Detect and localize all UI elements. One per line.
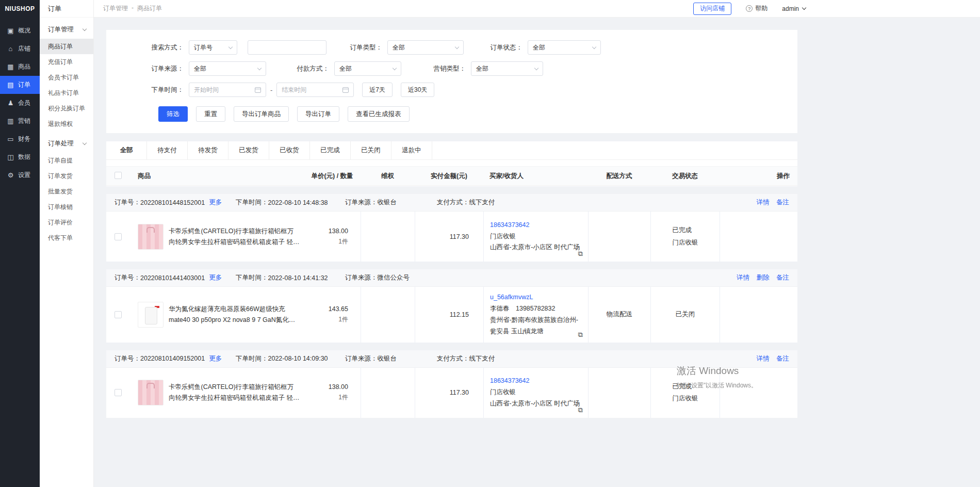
overview-icon: ▣ <box>7 27 14 35</box>
submenu-item[interactable]: 批量发货 <box>40 184 93 199</box>
order-action-link[interactable]: 备注 <box>776 274 789 281</box>
export-order-goods-button[interactable]: 导出订单商品 <box>234 106 289 122</box>
sidebar-item-label: 店铺 <box>18 44 30 53</box>
order-card: 订单号：202208101441403001 更多 下单时间：2022-08-1… <box>106 269 797 343</box>
help-icon <box>746 5 753 12</box>
pay-method-select[interactable]: 全部 <box>334 61 401 76</box>
visit-shop-button[interactable]: 访问店铺 <box>693 3 731 15</box>
last-30-days-button[interactable]: 近30天 <box>401 83 434 97</box>
order-status-tab[interactable]: 待发货 <box>188 141 228 159</box>
order-status-tab[interactable]: 待支付 <box>147 141 188 159</box>
product-title[interactable]: 华为氮化镓超薄充电器原装66W超级快充mate40 30 p50pro X2 n… <box>169 304 300 325</box>
buyer-id-link[interactable]: 18634373642 <box>490 220 582 231</box>
sidebar-item[interactable]: ▭ 财务 <box>0 130 40 148</box>
order-action-link[interactable]: 详情 <box>737 274 749 281</box>
submenu-item[interactable]: 商品订单 <box>40 39 93 54</box>
submenu-item[interactable]: 退款维权 <box>40 116 93 132</box>
reset-button[interactable]: 重置 <box>196 106 225 122</box>
order-action-link[interactable]: 备注 <box>776 355 789 362</box>
order-checkbox[interactable] <box>115 389 122 396</box>
submenu-group-items: 订单自提 订单发货 批量发货 订单核销 订单评价 代客下单 <box>40 153 93 246</box>
submenu-item[interactable]: 订单自提 <box>40 153 93 168</box>
order-action-link[interactable]: 详情 <box>757 199 770 206</box>
order-pay-method: 线下支付 <box>469 198 495 207</box>
trade-status-line: 门店收银 <box>673 393 698 404</box>
sidebar-item[interactable]: ▥ 营销 <box>0 112 40 130</box>
view-generated-reports-button[interactable]: 查看已生成报表 <box>348 106 410 122</box>
table-header: 商品 单价(元) / 数量 维权 实付金额(元) 买家/收货人 配送方式 交易状… <box>106 166 797 186</box>
buyer-address: 山西省-太原市-小店区 时代广场 <box>490 398 582 410</box>
order-more-link[interactable]: 更多 <box>209 273 222 282</box>
submenu-item[interactable]: 礼品卡订单 <box>40 85 93 101</box>
filter-row-2: 订单来源： 全部 付款方式： 全部 营销类型： 全部 <box>106 61 797 76</box>
sidebar-item[interactable]: ⚙ 设置 <box>0 166 40 184</box>
order-checkbox[interactable] <box>115 311 122 318</box>
order-more-link[interactable]: 更多 <box>209 198 222 207</box>
sidebar-item[interactable]: ▣ 概况 <box>0 22 40 40</box>
search-type-select[interactable]: 订单号 <box>189 40 237 55</box>
buyer-id-link[interactable]: u_56afkmvwzL <box>490 292 582 303</box>
marketing-type-select[interactable]: 全部 <box>471 61 543 76</box>
order-row: 华为氮化镓超薄充电器原装66W超级快充mate40 30 p50pro X2 n… <box>106 287 797 343</box>
buyer-id-link[interactable]: 18634373642 <box>490 376 582 387</box>
copy-address-icon[interactable] <box>578 250 583 257</box>
order-status-tab[interactable]: 已收货 <box>269 141 310 159</box>
sidebar-item[interactable]: ♟ 会员 <box>0 94 40 112</box>
order-status-tab[interactable]: 已关闭 <box>351 141 391 159</box>
order-status-tab[interactable]: 已发货 <box>228 141 269 159</box>
topbar-right: 访问店铺 帮助 admin <box>693 3 806 15</box>
sidebar-item[interactable]: ▦ 商品 <box>0 58 40 76</box>
sidebar-item[interactable]: ▤ 订单 <box>0 76 40 94</box>
trade-status-lines: 已完成门店收银 <box>673 224 698 248</box>
unit-price: 138.00 <box>329 228 348 235</box>
order-action-link[interactable]: 删除 <box>757 274 770 281</box>
buyer-cell: 18634373642 门店收银 山西省-太原市-小店区 时代广场 <box>483 368 588 418</box>
export-order-button[interactable]: 导出订单 <box>297 106 339 122</box>
copy-address-icon[interactable] <box>578 407 583 413</box>
copy-address-icon[interactable] <box>578 331 583 338</box>
order-status-tab[interactable]: 全部 <box>106 141 147 159</box>
product-title[interactable]: 卡帝乐鳄鱼(CARTELO)行李箱旅行箱铝框万向轮男女学生拉杆箱密码箱登机箱皮箱… <box>169 226 300 247</box>
select-all-checkbox[interactable] <box>115 172 122 179</box>
order-action-link[interactable]: 备注 <box>776 199 789 206</box>
order-type-select[interactable]: 全部 <box>387 40 464 55</box>
order-action-link[interactable]: 详情 <box>757 355 770 362</box>
sidebar-item[interactable]: ◫ 数据 <box>0 148 40 166</box>
submenu-item[interactable]: 充值订单 <box>40 54 93 70</box>
order-checkbox[interactable] <box>115 233 122 240</box>
submenu-group-header[interactable]: 订单管理 <box>40 18 93 39</box>
trade-status-cell: 已关闭 <box>650 287 720 343</box>
submenu-item[interactable]: 代客下单 <box>40 230 93 246</box>
chevron-down-icon <box>83 141 87 145</box>
search-keyword-input[interactable] <box>248 40 326 55</box>
submenu-item[interactable]: 订单评价 <box>40 215 93 230</box>
buyer-contact: 李德春 13985782832 <box>490 303 582 315</box>
end-date-input[interactable]: 结束时间 <box>276 83 354 97</box>
help-link[interactable]: 帮助 <box>746 4 767 13</box>
sidebar-item[interactable]: ⌂ 店铺 <box>0 40 40 58</box>
pay-method-value: 全部 <box>339 64 352 73</box>
paid-amount: 112.15 <box>415 287 483 343</box>
submenu-item[interactable]: 会员卡订单 <box>40 70 93 85</box>
submenu-item[interactable]: 积分兑换订单 <box>40 101 93 116</box>
submenu-item[interactable]: 订单核销 <box>40 199 93 215</box>
order-status-tab[interactable]: 已完成 <box>310 141 351 159</box>
submenu-item[interactable]: 订单发货 <box>40 168 93 184</box>
user-menu[interactable]: admin <box>782 5 806 12</box>
search-mode-label: 搜索方式： <box>106 43 189 52</box>
order-status-tab[interactable]: 退款中 <box>391 141 432 159</box>
order-type-value: 全部 <box>393 43 405 52</box>
last-7-days-button[interactable]: 近7天 <box>362 83 393 97</box>
data-icon: ◫ <box>7 153 14 161</box>
filter-button[interactable]: 筛选 <box>158 106 188 122</box>
order-more-link[interactable]: 更多 <box>209 354 222 363</box>
order-source-select[interactable]: 全部 <box>189 61 266 76</box>
refund-cell <box>361 368 415 418</box>
submenu-group-header[interactable]: 订单处理 <box>40 132 93 153</box>
product-title[interactable]: 卡帝乐鳄鱼(CARTELO)行李箱旅行箱铝框万向轮男女学生拉杆箱密码箱登机箱皮箱… <box>169 382 300 403</box>
order-status-select[interactable]: 全部 <box>528 40 601 55</box>
paid-amount: 117.30 <box>415 368 483 418</box>
start-date-input[interactable]: 开始时间 <box>189 83 266 97</box>
members-icon: ♟ <box>7 99 14 107</box>
col-delivery: 配送方式 <box>588 172 650 181</box>
